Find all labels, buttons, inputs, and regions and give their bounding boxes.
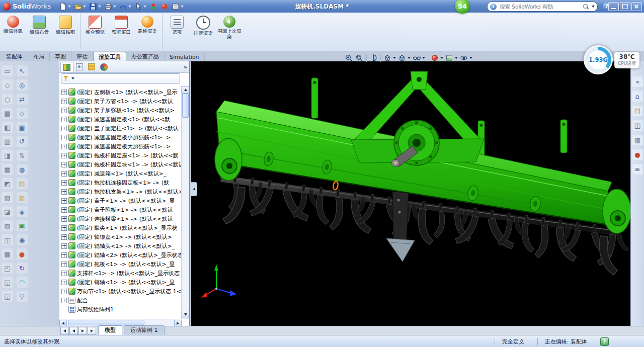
expand-icon[interactable] (61, 262, 67, 267)
edit-appearance-icon[interactable] (430, 53, 444, 62)
tree-item[interactable]: (固定) 拖拉机连接固定板<1> -> (默 (60, 178, 181, 187)
tree-item[interactable]: (固定) 盖子附板<1> -> (默认<<默认 (60, 205, 181, 214)
expand-icon[interactable] (61, 234, 67, 240)
expand-icon[interactable] (61, 243, 67, 249)
new-dropdown-icon[interactable] (68, 6, 71, 8)
note-dropdown-icon[interactable] (181, 6, 184, 8)
expand-icon[interactable] (61, 225, 67, 231)
preview-window-button[interactable]: 预览窗口 (108, 14, 134, 49)
tree-filter-box[interactable] (61, 73, 180, 83)
final-render-button[interactable]: 最终渲染 (134, 14, 160, 49)
edit-scene-button[interactable]: 编辑布景 (26, 14, 52, 49)
left-tool-2-12[interactable]: ▣ (17, 220, 28, 231)
tab-render-tools[interactable]: 渲染工具 (93, 52, 126, 62)
left-tool-1-16[interactable]: ◱ (2, 277, 13, 288)
tree-item[interactable]: (固定) 辊轴头<1> -> (默认<<默认>_ (60, 241, 181, 250)
undo-dropdown-icon[interactable] (128, 6, 131, 8)
configurationmanager-tab-icon[interactable] (86, 62, 98, 72)
print-button[interactable] (103, 2, 117, 11)
expand-icon[interactable] (61, 298, 67, 303)
custom-properties-icon[interactable]: ≡ (632, 164, 643, 175)
edit-appearance-button[interactable]: 编辑外观 (0, 14, 26, 49)
expand-icon[interactable] (61, 117, 67, 122)
expand-icon[interactable] (61, 108, 67, 113)
apply-scene-icon[interactable] (444, 53, 459, 62)
view-orientation-dropdown-icon[interactable] (393, 57, 396, 59)
left-tool-2-4[interactable]: ◇ (17, 108, 28, 119)
tree-item[interactable]: (固定) 盖子<1> -> (默认<<默认>_显 (60, 196, 181, 205)
left-tool-2-14[interactable]: ● (17, 248, 28, 259)
last-tab-button[interactable] (88, 327, 96, 335)
recall-last-render-button[interactable]: 召回上次渲染 (216, 14, 243, 49)
tree-item[interactable]: (固定) 拖拉机支架<1> -> (默认<<默认> (60, 187, 181, 196)
tree-item[interactable]: (固定) 架子方管<1> -> (默认<<默认 (60, 97, 181, 106)
left-tool-1-2[interactable]: ◇ (2, 79, 13, 91)
left-tool-2-2[interactable]: ◎ (17, 79, 28, 91)
tree-item[interactable]: (固定) 减速器固定板<1> (默认<<默 (60, 115, 181, 124)
open-button[interactable] (73, 2, 87, 11)
expand-icon[interactable] (61, 198, 67, 204)
left-tool-2-8[interactable]: ◍ (17, 164, 28, 175)
tree-item[interactable]: (固定) 拖板<1> -> (默认<<默认>_显 (60, 259, 181, 269)
tree-item[interactable]: 万向节<1> (默认<<默认>_显示状态 1< (60, 287, 181, 296)
tree-item[interactable]: (固定) 辊轴<2> (默认<<默认>_显示状态 (60, 250, 181, 259)
search-box[interactable]: ? (487, 2, 598, 12)
tree-item[interactable]: 支撑杆<1> -> (默认<<默认>_显示状态 (60, 269, 181, 278)
tree-item[interactable]: (固定) 拖板杆固定座<1> -> (默认<<默 (60, 151, 181, 160)
schedule-render-button[interactable]: 排定渲染 (190, 14, 216, 49)
left-tool-2-3[interactable]: ⇄ (17, 94, 28, 105)
left-tool-2-7[interactable]: ⇅ (17, 150, 28, 161)
propertymanager-tab-icon[interactable] (73, 62, 86, 72)
file-explorer-icon[interactable]: ◫ (632, 120, 643, 131)
zoom-area-icon[interactable] (354, 53, 365, 62)
left-tool-1-5[interactable]: ◧ (2, 122, 13, 133)
expand-icon[interactable] (61, 99, 67, 104)
next-tab-button[interactable] (78, 327, 87, 335)
displaymanager-tab-icon[interactable] (98, 62, 110, 72)
panel-more-button[interactable]: » (184, 64, 187, 70)
model-tab[interactable]: 模型 (98, 325, 122, 335)
view-settings-dropdown-icon[interactable] (469, 57, 472, 59)
scroll-up-button[interactable] (182, 86, 189, 94)
save-dropdown-icon[interactable] (98, 6, 101, 8)
expand-icon[interactable] (61, 216, 67, 222)
open-dropdown-icon[interactable] (83, 6, 86, 8)
left-tool-1-8[interactable]: ▦ (2, 164, 13, 175)
tab-layout[interactable]: 布局 (28, 52, 50, 61)
options-button[interactable]: 选项 (162, 14, 190, 49)
scroll-thumb[interactable] (68, 320, 144, 325)
motion-study-tab[interactable]: 运动算例 1 (124, 325, 165, 335)
edit-appearance-dropdown-icon[interactable] (440, 57, 443, 59)
tab-simulation[interactable]: Simulation (165, 53, 205, 61)
tree-vertical-scrollbar[interactable] (181, 85, 189, 319)
expand-icon[interactable] (61, 144, 67, 149)
tree-item[interactable]: (固定) 减速器固定板大加强筋<1> -> (60, 142, 181, 151)
expand-icon[interactable] (61, 162, 67, 167)
close-button[interactable] (631, 2, 642, 11)
view-orientation-icon[interactable] (382, 53, 397, 62)
new-document-button[interactable] (58, 2, 72, 11)
scroll-thumb[interactable] (182, 94, 189, 118)
left-tool-1-1[interactable]: ▭ (2, 65, 13, 76)
quick-tips-icon[interactable]: ? (600, 337, 609, 346)
hide-show-dropdown-icon[interactable] (422, 57, 425, 59)
search-dropdown-icon[interactable] (592, 6, 595, 8)
hide-show-items-icon[interactable] (412, 53, 426, 62)
tree-item[interactable]: (固定) 减速器固定板小加强筋<1> -> (60, 133, 181, 142)
tab-sketch[interactable]: 草图 (50, 52, 71, 61)
left-tool-1-4[interactable]: ▤ (2, 108, 13, 119)
view-settings-icon[interactable] (459, 53, 473, 62)
left-tool-2-15[interactable]: ↻ (17, 263, 28, 274)
undo-button[interactable] (118, 2, 132, 11)
tree-item[interactable]: (固定) 架子加强板<1> (默认<<默认> (60, 106, 181, 115)
note-button[interactable] (171, 2, 185, 11)
featuremanager-tab-icon[interactable] (60, 62, 73, 72)
tree-item[interactable]: (固定) 盖子固定柱<1> -> (默认<<默认 (60, 124, 181, 133)
first-tab-button[interactable] (60, 327, 69, 335)
left-tool-2-9[interactable]: ▤ (17, 178, 28, 189)
expand-icon[interactable] (61, 171, 67, 177)
display-style-dropdown-icon[interactable] (408, 57, 411, 59)
expand-icon[interactable] (61, 189, 67, 195)
search-icon[interactable] (583, 4, 589, 10)
left-tool-1-15[interactable]: ◰ (2, 263, 13, 274)
